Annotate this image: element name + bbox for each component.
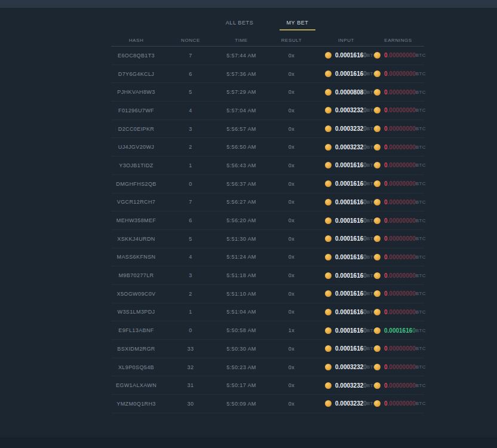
bet-hash: VGCR12RCH7 [111,199,161,205]
bet-hash: DMGHFHS2QB [111,181,161,187]
bet-nonce: 5 [161,89,220,95]
bet-result: 0x [263,382,320,388]
table-row: VGCR12RCH7 7 5:56:27 AM 0x 0.00016160 BT… [111,194,424,212]
earnings-value: 0.00000000 [384,199,416,205]
currency-label: BTC [416,145,426,150]
currency-label: BTC [416,126,426,131]
coin-icon [374,107,381,113]
bet-input-amount: 0.00016160 BTC [320,230,372,248]
bet-earnings-amount: 0.00000000 BTC [372,65,424,83]
bet-nonce: 0 [161,327,220,333]
bet-input-amount: 0.00016160 BTC [320,321,372,339]
bet-hash: BSXIDM2RGR [111,346,161,352]
coin-icon [325,162,332,168]
table-body: E6OC8QB1T3 7 5:57:44 AM 0x 0.00016160 BT… [111,47,424,413]
table-row: XSKKJ4URDN 5 5:51:30 AM 0x 0.00016160 BT… [111,230,424,248]
bet-hash: X5OGW09C0V [111,291,161,297]
bet-input-amount: 0.00016160 BTC [320,285,372,303]
tab-all-bets[interactable]: ALL BETS [226,20,254,26]
bet-result: 0x [263,217,320,223]
bet-input-amount: 0.00032320 BTC [320,358,372,376]
input-value: 0.00032320 [335,364,367,370]
bet-hash: E9FL13ABNF [111,327,161,333]
bet-hash: PJHKVAH8W3 [111,89,161,95]
bet-time: 5:56:20 AM [220,217,263,223]
coin-icon [325,217,332,224]
bet-time: 5:51:30 AM [220,236,263,242]
table-row: DMGHFHS2QB 0 5:56:37 AM 0x 0.00016160 BT… [111,175,424,194]
bet-input-amount: 0.00032320 BTC [320,376,372,394]
bet-input-amount: 0.00032320 BTC [320,120,372,138]
bet-result: 0x [263,309,320,315]
bet-hash: F01296U7WF [111,108,161,113]
table-row: X5OGW09C0V 2 5:51:10 AM 0x 0.00016160 BT… [111,285,424,303]
earnings-value: 0.00000000 [384,400,416,407]
bet-nonce: 3 [161,272,220,278]
bet-hash: Y3OJB1TIDZ [111,162,161,168]
tab-my-bet[interactable]: MY BET [287,20,309,26]
currency-label: BTC [416,383,426,388]
bet-hash: UJ4JGV20WJ [111,144,161,150]
bet-input-amount: 0.00016160 BTC [320,211,372,229]
bet-input-amount: 0.00016160 BTC [320,303,372,321]
table-header-row: HASH NONCE TIME RESULT INPUT EARNINGS [111,35,424,47]
earnings-value: 0.00000000 [384,180,416,187]
bet-earnings-amount: 0.00000000 BTC [372,303,424,321]
earnings-value: 0.00000000 [384,144,416,151]
table-row: E9FL13ABNF 0 5:50:58 AM 1x 0.00016160 BT… [111,321,424,340]
currency-label: BTC [416,71,426,76]
input-value: 0.00032320 [335,382,367,389]
bet-result: 0x [263,89,320,95]
bet-time: 5:56:37 AM [220,181,263,187]
input-value: 0.00016160 [335,217,367,224]
currency-label: BTC [416,218,426,223]
coin-icon [374,272,381,279]
currency-label: BTC [416,309,426,315]
table-row: W3S1LM3PDJ 1 5:51:04 AM 0x 0.00016160 BT… [111,303,424,322]
coin-icon [374,180,381,187]
coin-icon [325,327,332,334]
bet-earnings-amount: 0.00000000 BTC [372,248,424,266]
bet-nonce: 7 [161,53,220,59]
coin-icon [325,290,332,297]
earnings-value: 0.00000000 [384,272,416,279]
bet-time: 5:57:44 AM [220,53,263,59]
bet-time: 5:50:30 AM [220,346,263,352]
coin-icon [374,235,381,242]
bet-earnings-amount: 0.00000000 BTC [372,340,424,358]
bet-time: 5:51:10 AM [220,291,263,297]
earnings-value: 0.00000000 [384,235,416,242]
coin-icon [325,52,332,59]
column-header-input: INPUT [320,38,372,43]
coin-icon [374,162,381,168]
bet-result: 0x [263,346,320,352]
bet-nonce: 6 [161,71,220,77]
earnings-value: 0.00000000 [384,309,416,315]
currency-label: BTC [416,401,426,406]
bet-result: 1x [263,327,320,333]
bet-earnings-amount: 0.00000000 BTC [372,47,424,65]
column-header-earnings: EARNINGS [372,38,424,43]
bet-result: 0x [263,181,320,187]
bet-hash: EGW1ALXAWN [111,382,161,388]
bet-input-amount: 0.00008080 BTC [320,83,372,101]
currency-label: BTC [416,162,426,168]
coin-icon [325,400,332,407]
table-row: YMZM0Q1RH3 30 5:50:09 AM 0x 0.00032320 B… [111,395,424,413]
coin-icon [374,364,381,370]
bet-earnings-amount: 0.00000000 BTC [372,358,424,376]
table-row: EGW1ALXAWN 31 5:50:17 AM 0x 0.00032320 B… [111,376,424,395]
bet-hash: XL9P0SQ54B [111,364,161,370]
bet-input-amount: 0.00032320 BTC [320,395,372,413]
bet-time: 5:56:57 AM [220,126,263,132]
bet-time: 5:56:50 AM [220,144,263,150]
coin-icon [374,144,381,151]
earnings-value: 0.00000000 [384,162,416,168]
table-row: MEHW358MEF 6 5:56:20 AM 0x 0.00016160 BT… [111,211,424,230]
coin-icon [325,144,332,151]
table-row: MASS6KFNSN 4 5:51:24 AM 0x 0.00016160 BT… [111,248,424,267]
input-value: 0.00016160 [335,272,367,279]
bet-nonce: 33 [161,346,220,352]
bet-time: 5:51:18 AM [220,272,263,278]
currency-label: BTC [416,200,426,205]
